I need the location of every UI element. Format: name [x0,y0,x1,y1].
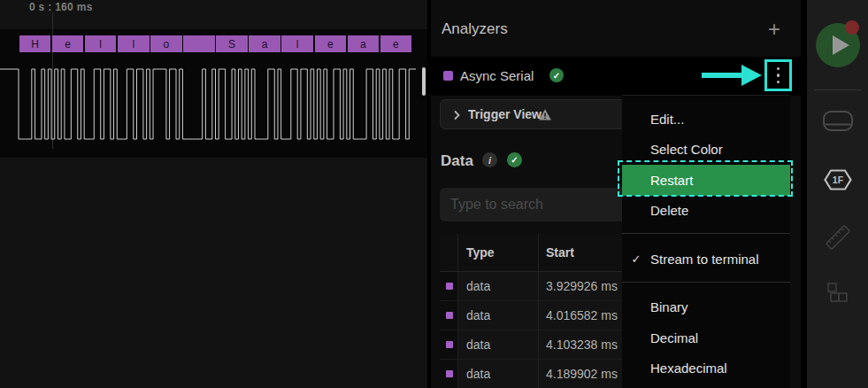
right-toolbar: 1F [807,0,868,388]
record-indicator-dot [845,20,859,35]
svg-text:1F: 1F [832,175,843,185]
menu-divider [622,233,790,234]
analyzer-color-swatch [443,71,453,81]
row-color-cell [440,360,458,388]
analyzer-name: Async Serial [460,68,534,83]
row-color-cell [440,301,458,330]
menu-item-label: Edit... [650,112,684,127]
menu-item-label: Decimal [650,330,698,345]
menu-item-label: Binary [650,299,688,314]
menu-item-label: Delete [650,203,688,218]
decoded-byte-block[interactable]: o [150,35,182,52]
trigger-view-label: Trigger View [468,107,542,121]
row-type-cell: data [458,272,539,300]
menu-item-decimal[interactable]: Decimal [622,322,790,353]
menu-item-label: Restart [650,173,693,188]
measurements-button[interactable] [807,224,868,251]
toolbar-divider [814,89,862,90]
menu-item-delete[interactable]: Delete [622,196,790,227]
extensions-icon [826,281,850,306]
row-type-cell: data [458,360,539,388]
menu-divider [622,282,790,283]
annotation-arrow-icon [702,64,763,87]
chevron-right-icon [453,110,460,120]
menu-item-hexadecimal[interactable]: Hexadecimal [622,353,790,384]
hex-badge-icon: 1F [823,167,853,192]
row-color-swatch [446,312,453,319]
decoded-byte-block[interactable]: e [315,35,347,52]
kebab-icon [777,67,780,71]
analyzer-context-menu: Edit...Select ColorRestartDelete✓Stream … [622,95,790,388]
device-settings-button[interactable] [807,109,868,134]
data-status-check-icon: ✓ [507,152,522,167]
decoded-byte-block[interactable]: H [19,35,51,52]
row-type-cell: data [458,301,539,330]
analyzers-title: Analyzers [442,20,508,38]
device-icon [822,109,854,134]
add-analyzer-button[interactable]: + [768,17,780,42]
menu-item-restart[interactable]: Restart [622,165,790,196]
capture-mode-button[interactable]: 1F [807,167,868,192]
decoded-byte-block[interactable] [183,35,215,52]
row-color-swatch [446,341,453,348]
extensions-button[interactable] [807,281,868,306]
decoded-byte-block[interactable]: a [348,35,380,52]
decoded-byte-block[interactable]: a [249,35,280,52]
ruler-icon [825,224,851,251]
row-color-swatch [446,370,453,377]
waveform-panel[interactable]: 0 s : 160 ms HelloSaleae [0,0,427,388]
decoded-byte-block[interactable]: e [380,35,412,52]
play-icon [833,35,849,55]
panel-scrollbar[interactable] [422,67,426,96]
info-icon[interactable]: i [482,152,497,167]
table-header-type: Type [458,234,539,271]
menu-item-binary[interactable]: Binary [622,292,790,323]
decoded-byte-block[interactable]: l [85,35,117,52]
decoded-bytes-layer: HelloSaleae [0,0,427,388]
row-color-swatch [446,283,453,290]
decoded-byte-block[interactable]: e [52,35,84,52]
menu-checkmark-icon: ✓ [627,252,645,266]
decoded-byte-block[interactable]: l [281,35,313,52]
menu-item-edit[interactable]: Edit... [622,104,790,135]
table-header-icon-col [440,234,458,271]
menu-item-label: Select Color [650,142,723,157]
warning-icon [538,108,552,121]
menu-item-stream-to-terminal[interactable]: ✓Stream to terminal [622,244,790,275]
decoded-byte-block[interactable]: S [216,35,248,52]
analyzer-menu-button[interactable] [764,59,792,91]
analyzer-status-check-icon: ✓ [549,68,564,82]
row-color-cell [440,272,458,300]
menu-item-label: Hexadecimal [650,361,727,376]
row-type-cell: data [458,330,539,359]
menu-item-label: Stream to terminal [650,252,759,267]
menu-item-select-color[interactable]: Select Color [622,135,790,166]
logic-analyzer-app: 0 s : 160 ms HelloSaleae Analyzers + Asy… [0,0,868,388]
analyzers-header: Analyzers + [431,0,801,57]
data-section-title: Data [441,152,473,170]
decoded-byte-block[interactable]: l [118,35,150,52]
row-color-cell [440,330,458,359]
